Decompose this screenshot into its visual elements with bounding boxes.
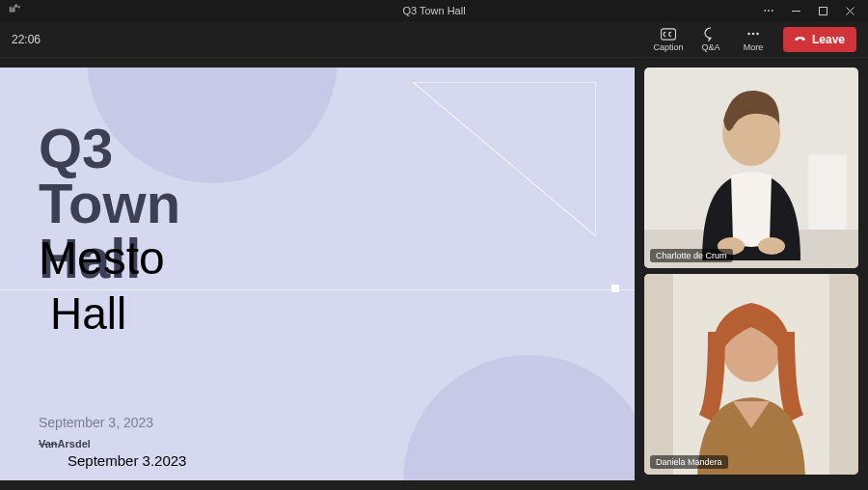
brand-suffix: Arsdel [58, 438, 91, 449]
slide-brand: VanArsdel [39, 438, 91, 449]
minimize-icon[interactable] [789, 4, 802, 17]
hangup-icon [793, 31, 807, 48]
svg-point-12 [747, 33, 750, 36]
more-button[interactable]: More [733, 23, 773, 56]
participant-tile[interactable]: Daniela Mandera [644, 274, 858, 475]
caption-icon [661, 26, 676, 41]
svg-point-5 [768, 10, 770, 12]
meeting-toolbar: 22:06 Caption Q&A More Leave [0, 21, 868, 58]
close-icon[interactable] [843, 4, 856, 17]
svg-rect-24 [829, 274, 858, 475]
caption-label: Caption [653, 42, 683, 52]
caption-button[interactable]: Caption [648, 23, 689, 56]
decorative-triangle [413, 82, 596, 236]
shared-content: Q3 Town Hall Mesto Hall September 3, 202… [0, 68, 635, 480]
teams-icon: T [8, 2, 21, 19]
slide-title-line: Town [39, 172, 180, 234]
window-title: Q3 Town Hall [402, 5, 465, 16]
decorative-circle [403, 355, 635, 480]
participant-tile[interactable]: Charlotte de Crum [644, 68, 858, 268]
toolbar-actions: Caption Q&A More Leave [648, 23, 856, 56]
participant-name: Daniela Mandera [650, 455, 728, 469]
ellipsis-icon[interactable] [762, 4, 775, 17]
chat-icon [703, 26, 719, 41]
more-icon [746, 26, 761, 41]
svg-text:T: T [11, 7, 14, 12]
slide-title-line: Q3 [39, 117, 113, 179]
participant-name: Charlotte de Crum [650, 249, 733, 262]
app-icon-wrap: T [6, 2, 21, 19]
participant-video [644, 68, 858, 268]
titlebar: T Q3 Town Hall [0, 0, 868, 21]
maximize-icon[interactable] [816, 4, 829, 17]
meeting-timer: 22:06 [12, 33, 41, 46]
participants-panel: Charlotte de Crum Daniela Mandera [644, 68, 858, 480]
svg-point-13 [752, 33, 755, 36]
leave-button[interactable]: Leave [783, 27, 856, 52]
decorative-square [611, 285, 619, 292]
svg-point-6 [772, 10, 773, 12]
overlay-text: Mesto [39, 231, 165, 285]
qa-button[interactable]: Q&A [691, 23, 731, 56]
svg-rect-18 [808, 154, 847, 230]
svg-point-1 [18, 6, 20, 8]
svg-rect-23 [644, 274, 673, 475]
meeting-content: Q3 Town Hall Mesto Hall September 3, 202… [0, 58, 868, 490]
presentation-slide: Q3 Town Hall Mesto Hall September 3, 202… [0, 68, 635, 480]
svg-marker-15 [413, 82, 596, 236]
qa-label: Q&A [701, 42, 719, 52]
svg-rect-8 [819, 7, 827, 14]
overlay-text: Hall [50, 287, 126, 340]
leave-label: Leave [812, 33, 845, 46]
window-controls [762, 4, 862, 17]
participant-video [644, 274, 858, 475]
overlay-date: September 3.2023 [68, 452, 186, 469]
more-label: More [744, 42, 764, 52]
svg-point-14 [756, 33, 759, 36]
svg-point-4 [764, 10, 766, 12]
slide-date: September 3, 2023 [39, 415, 153, 430]
brand-prefix: Van [39, 438, 58, 449]
svg-point-21 [758, 237, 785, 255]
